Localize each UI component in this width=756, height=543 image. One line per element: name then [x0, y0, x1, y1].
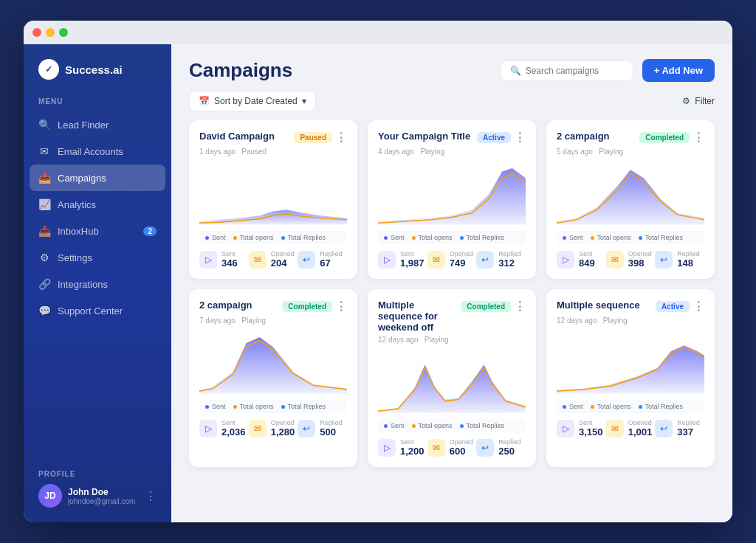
card-meta-6: 12 days ago Playing — [557, 317, 704, 325]
legend-6: Sent Total opens Total Replies — [557, 400, 704, 413]
legend-2: Sent Total opens Total Replies — [378, 231, 526, 244]
legend-1: Sent Total opens Total Replies — [199, 231, 347, 244]
card-title-1: David Campaign — [199, 131, 275, 142]
sidebar-item-email-accounts[interactable]: ✉ Email Accounts — [24, 138, 171, 165]
card-stats-4: ▷ Sent2,036 ✉ Opened1,280 ↩ Replied500 — [199, 419, 347, 437]
menu-label: MENU — [24, 97, 171, 111]
legend-sent-2: Sent — [384, 234, 405, 241]
card-header-4: 2 campaign Completed ⋮ — [199, 300, 347, 314]
legend-replies-3: Total Replies — [639, 234, 684, 241]
more-options-4[interactable]: ⋮ — [335, 300, 347, 314]
open-icon-5: ✉ — [427, 439, 445, 457]
status-badge-1: Paused — [294, 132, 332, 143]
card-actions-5: Completed ⋮ — [461, 300, 526, 314]
card-header-5: Multiple sequence for weekend off Comple… — [378, 300, 526, 333]
titlebar — [24, 21, 732, 44]
send-icon-5: ▷ — [378, 439, 396, 457]
card-meta-3: 5 days ago Playing — [557, 148, 704, 156]
inboxhub-badge: 2 — [143, 226, 157, 236]
search-box: 🔍 — [501, 60, 633, 81]
reply-icon-3: ↩ — [655, 251, 673, 269]
legend-sent-6: Sent — [563, 403, 583, 410]
card-header-6: Multiple sequence Active ⋮ — [557, 300, 704, 314]
stat-sent-3: ▷ Sent849 — [557, 250, 606, 269]
card-title-6: Multiple sequence — [557, 300, 640, 311]
search-icon: 🔍 — [38, 119, 50, 131]
more-options-6[interactable]: ⋮ — [693, 300, 704, 314]
legend-4: Sent Total opens Total Replies — [199, 400, 347, 413]
nav-label-support: Support Center — [58, 305, 123, 317]
legend-opens-4: Total opens — [233, 403, 274, 410]
stat-opened-4: ✉ Opened1,280 — [249, 419, 298, 437]
legend-opens-1: Total opens — [233, 234, 274, 241]
card-stats-5: ▷ Sent1,200 ✉ Opened600 ↩ Replied250 — [378, 438, 526, 457]
stat-sent-2: ▷ Sent1,987 — [378, 250, 427, 269]
status-badge-5: Completed — [461, 301, 511, 312]
profile-menu-icon[interactable]: ⋮ — [145, 489, 157, 503]
legend-opens-3: Total opens — [591, 234, 631, 241]
sidebar: ✓ Success.ai MENU 🔍 Lead Finder ✉ Email … — [24, 44, 171, 522]
profile-info: JD John Doe johndoe@gmail.com ⋮ — [38, 484, 157, 508]
profile-section: PROFILE JD John Doe johndoe@gmail.com ⋮ — [24, 470, 171, 508]
filter-button[interactable]: ⚙ Filter — [682, 96, 715, 106]
sort-button[interactable]: 📅 Sort by Date Created ▾ — [189, 91, 316, 111]
minimize-dot[interactable] — [46, 28, 55, 37]
profile-label: PROFILE — [38, 470, 157, 478]
sidebar-item-support[interactable]: 💬 Support Center — [24, 297, 171, 324]
legend-replies-5: Total Replies — [460, 422, 505, 429]
email-icon: ✉ — [38, 145, 50, 157]
filter-label: Filter — [695, 96, 715, 106]
campaign-card-5: Multiple sequence for weekend off Comple… — [368, 289, 536, 467]
card-actions-1: Paused ⋮ — [294, 131, 347, 145]
search-input[interactable] — [526, 66, 624, 76]
stat-replied-3: ↩ Replied148 — [655, 250, 704, 269]
more-options-3[interactable]: ⋮ — [693, 131, 704, 145]
more-options-1[interactable]: ⋮ — [335, 131, 347, 145]
card-actions-6: Active ⋮ — [656, 300, 704, 314]
profile-email: johndoe@gmail.com — [68, 497, 139, 505]
stat-sent-6: ▷ Sent3,150 — [557, 419, 606, 437]
stat-sent-1: ▷ Sent346 — [199, 250, 249, 269]
stat-opened-5: ✉ Opened600 — [427, 438, 477, 457]
sidebar-item-lead-finder[interactable]: 🔍 Lead Finder — [24, 111, 171, 138]
card-meta-1: 1 days ago Paused — [199, 148, 347, 156]
stat-sent-5: ▷ Sent1,200 — [378, 438, 427, 457]
sidebar-item-campaigns[interactable]: 📤 Campaigns — [30, 165, 165, 191]
sidebar-item-integrations[interactable]: 🔗 Integrations — [24, 271, 171, 297]
campaigns-grid: David Campaign Paused ⋮ 1 days ago Pause… — [171, 120, 732, 522]
close-dot[interactable] — [32, 28, 41, 37]
status-badge-2: Active — [477, 132, 511, 143]
card-title-3: 2 campaign — [557, 131, 610, 142]
sidebar-item-settings[interactable]: ⚙ Settings — [24, 244, 171, 271]
stat-opened-3: ✉ Opened398 — [606, 250, 656, 269]
nav-label-integrations: Integrations — [58, 279, 108, 290]
more-options-2[interactable]: ⋮ — [514, 131, 526, 145]
stat-opened-2: ✉ Opened749 — [427, 250, 477, 269]
open-icon-6: ✉ — [606, 420, 624, 437]
card-actions-2: Active ⋮ — [477, 131, 526, 145]
sidebar-item-inboxhub[interactable]: 📥 InboxHub 2 — [24, 218, 171, 244]
stat-opened-1: ✉ Opened204 — [249, 250, 298, 269]
avatar: JD — [38, 484, 62, 508]
profile-name: John Doe — [68, 487, 139, 497]
more-options-5[interactable]: ⋮ — [514, 300, 526, 314]
reply-icon-4: ↩ — [298, 420, 315, 437]
stat-replied-1: ↩ Replied67 — [298, 250, 347, 269]
nav-label-settings: Settings — [58, 252, 92, 263]
app-body: ✓ Success.ai MENU 🔍 Lead Finder ✉ Email … — [24, 44, 732, 522]
open-icon-2: ✉ — [427, 251, 445, 269]
status-badge-4: Completed — [282, 301, 332, 312]
card-actions-4: Completed ⋮ — [282, 300, 347, 314]
main-header: Campaigns 🔍 + Add New — [171, 44, 732, 91]
sidebar-item-analytics[interactable]: 📈 Analytics — [24, 191, 171, 218]
integrations-icon: 🔗 — [38, 278, 50, 290]
reply-icon-1: ↩ — [298, 251, 315, 269]
chart-3 — [557, 162, 704, 228]
legend-opens-2: Total opens — [412, 234, 453, 241]
maximize-dot[interactable] — [59, 28, 68, 37]
add-new-button[interactable]: + Add New — [642, 59, 715, 82]
status-badge-3: Completed — [639, 132, 690, 143]
settings-icon: ⚙ — [38, 252, 50, 263]
logo: ✓ Success.ai — [24, 59, 171, 97]
open-icon-4: ✉ — [249, 420, 267, 437]
